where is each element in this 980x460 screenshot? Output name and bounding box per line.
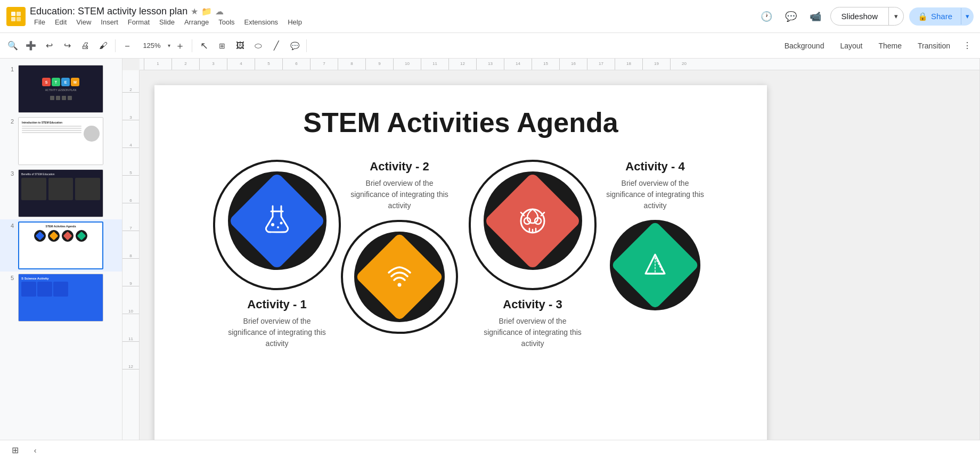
slide-number-3: 3 [5, 170, 14, 177]
shape-tool[interactable]: ⬭ [250, 37, 267, 54]
svg-point-5 [271, 223, 274, 226]
menu-insert[interactable]: Insert [96, 17, 123, 27]
svg-rect-1 [17, 12, 21, 16]
svg-rect-0 [11, 12, 15, 16]
menu-arrange[interactable]: Arrange [180, 17, 213, 27]
folder-icon[interactable]: 📁 [201, 6, 212, 17]
activity-1-desc: Brief overview of the significance of in… [224, 316, 330, 349]
camera-icon[interactable]: 📹 [806, 7, 825, 26]
share-main-button[interactable]: 🔒 Share [909, 7, 961, 26]
menu-file[interactable]: File [30, 17, 50, 27]
undo-button[interactable]: ↩ [40, 37, 58, 54]
activity-3-pill [341, 220, 458, 334]
zoom-in-button[interactable]: ＋ [172, 37, 189, 54]
cloud-icon[interactable]: ☁ [215, 6, 224, 17]
slide-item-1[interactable]: 1 S T E M ACTIVITY LESSON PLAN [0, 63, 122, 115]
activity-4-desc: Brief overview of the significance of in… [602, 178, 708, 211]
slide-thumb-5: S Science Activity [18, 274, 103, 322]
comment-icon[interactable]: 💬 [781, 7, 801, 26]
header-right: 🕐 💬 📹 Slideshow ▾ 🔒 Share ▾ [757, 7, 974, 26]
activity-3-text: Activity - 3 Brief overview of the signi… [479, 298, 586, 349]
activities-container: Activity - 1 Brief overview of the signi… [186, 160, 735, 440]
svg-rect-3 [17, 17, 21, 21]
activity-1-text: Activity - 1 Brief overview of the signi… [224, 298, 330, 349]
activity-1-circle [228, 171, 326, 270]
transform-tool[interactable]: ⊞ [214, 37, 231, 54]
activity-1-pill [213, 160, 341, 290]
activity-3-4-group: Activity - 3 Brief overview of the signi… [469, 160, 597, 349]
cursor-tool[interactable]: ↖ [195, 37, 213, 54]
svg-point-8 [398, 283, 402, 287]
activity-2-circle [484, 171, 582, 270]
activity-4-title: Activity - 4 [602, 160, 708, 174]
add-button[interactable]: ➕ [22, 37, 39, 54]
menu-extensions[interactable]: Extensions [240, 17, 283, 27]
cone-icon [639, 249, 671, 281]
redo-button[interactable]: ↪ [59, 37, 76, 54]
slideshow-button-group: Slideshow ▾ [830, 7, 904, 26]
activity-2-desc: Brief overview of the significance of in… [346, 178, 453, 211]
app-icon [6, 7, 26, 26]
doc-title[interactable]: Education: STEM activity lesson plan [30, 6, 187, 17]
slide-item-4[interactable]: 4 STEM Activities Agenda [0, 219, 122, 272]
grid-view-button[interactable]: ⊞ [6, 442, 23, 459]
menu-edit[interactable]: Edit [51, 17, 71, 27]
menu-view[interactable]: View [72, 17, 95, 27]
toolbar-divider-1 [115, 39, 116, 52]
menu-help[interactable]: Help [283, 17, 306, 27]
activity-2-text: Activity - 2 Brief overview of the signi… [346, 160, 453, 211]
main-area: 1 S T E M ACTIVITY LESSON PLAN [0, 59, 980, 440]
zoom-out-button[interactable]: － [119, 37, 136, 54]
slide-item-2[interactable]: 2 Introduction to STEM Education [0, 115, 122, 167]
activity-3-desc: Brief overview of the significance of in… [479, 316, 586, 349]
slide-item-5[interactable]: 5 S Science Activity [0, 272, 122, 324]
share-dropdown-button[interactable]: ▾ [961, 8, 974, 24]
print-button[interactable]: 🖨 [77, 37, 94, 54]
slideshow-dropdown-button[interactable]: ▾ [889, 8, 903, 24]
activity-2-title: Activity - 2 [346, 160, 453, 174]
paint-format-button[interactable]: 🖌 [95, 37, 112, 54]
theme-button[interactable]: Theme [871, 38, 909, 53]
bottom-bar: ⊞ ‹ [0, 440, 980, 460]
more-options-button[interactable]: ⋮ [959, 37, 976, 54]
activity-4-group: Activity - 4 Brief overview of the signi… [602, 160, 708, 310]
toolbar-divider-2 [192, 39, 192, 52]
slide-item-3[interactable]: 3 Benefits of STEM Education [0, 167, 122, 219]
activity-1-group: Activity - 1 Brief overview of the signi… [213, 160, 341, 349]
slide-number-2: 2 [5, 118, 14, 125]
zoom-dropdown-arrow[interactable]: ▾ [168, 43, 170, 48]
activity-4-circle [610, 220, 700, 310]
activity-3-title: Activity - 3 [479, 298, 586, 311]
menu-tools[interactable]: Tools [214, 17, 239, 27]
doc-title-area: Education: STEM activity lesson plan ★ 📁… [30, 6, 306, 27]
svg-rect-2 [11, 17, 15, 21]
activity-4-diamond [611, 221, 700, 310]
slide-content: STEM Activities Agenda [154, 85, 767, 440]
menu-slide[interactable]: Slide [155, 17, 179, 27]
ruler-left: 2 3 4 5 6 7 8 9 10 11 12 [123, 70, 140, 440]
slide-thumb-1: S T E M ACTIVITY LESSON PLAN [18, 65, 103, 113]
menu-format[interactable]: Format [124, 17, 154, 27]
slide-thumb-3: Benefits of STEM Education [18, 169, 103, 217]
line-tool[interactable]: ╱ [268, 37, 285, 54]
activity-3-circle [354, 232, 445, 322]
star-icon[interactable]: ★ [191, 6, 198, 17]
activity-1-diamond [228, 172, 326, 270]
zoom-value[interactable]: 125% [137, 39, 167, 52]
slideshow-main-button[interactable]: Slideshow [831, 7, 889, 25]
transition-button[interactable]: Transition [910, 38, 958, 53]
slide-number-4: 4 [5, 223, 14, 229]
activity-1-title: Activity - 1 [224, 298, 330, 311]
layout-button[interactable]: Layout [832, 38, 870, 53]
canvas-area: 1 2 3 4 5 6 7 8 9 10 11 12 13 14 15 16 1… [123, 59, 979, 440]
slide-canvas: STEM Activities Agenda [154, 85, 767, 440]
comment-tool[interactable]: 💬 [286, 37, 303, 54]
history-icon[interactable]: 🕐 [757, 7, 776, 26]
background-button[interactable]: Background [777, 38, 832, 53]
image-tool[interactable]: 🖼 [232, 37, 249, 54]
search-button[interactable]: 🔍 [4, 37, 21, 54]
menu-bar: File Edit View Insert Format Slide Arran… [30, 17, 306, 27]
collapse-panel-button[interactable]: ‹ [28, 443, 43, 458]
slide-title: STEM Activities Agenda [186, 106, 735, 138]
slide-number-1: 1 [5, 66, 14, 72]
